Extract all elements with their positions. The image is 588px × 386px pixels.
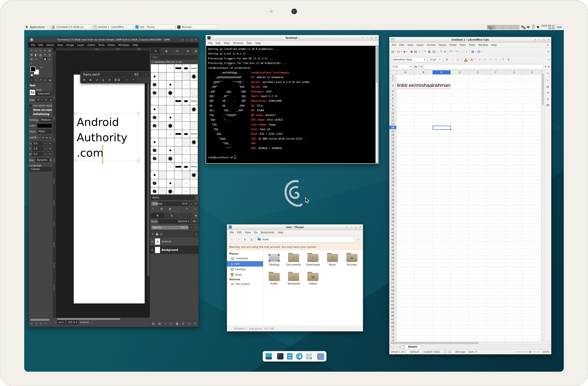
directory-menu-icon[interactable] xyxy=(316,352,324,360)
sheet-cell[interactable] xyxy=(396,137,415,140)
float-font-field[interactable]: Sans-serif xyxy=(82,72,132,77)
brush-thumbnail[interactable] xyxy=(190,105,198,113)
sheet-cell[interactable] xyxy=(415,126,433,129)
gimp-canvas[interactable]: Android Authority .com xyxy=(74,75,145,304)
sheet-cell[interactable] xyxy=(469,97,487,101)
sheet-cell[interactable] xyxy=(487,115,505,119)
sheet-cell[interactable] xyxy=(451,162,469,165)
sheet-cell[interactable] xyxy=(415,158,433,162)
sheet-cell[interactable] xyxy=(451,187,469,191)
sheet-cell[interactable] xyxy=(505,187,523,191)
resize-handle[interactable] xyxy=(74,112,77,115)
sheet-cell[interactable] xyxy=(469,78,487,82)
sheet-cell[interactable] xyxy=(415,89,433,93)
sheet-cell[interactable] xyxy=(451,289,469,292)
row-header-8[interactable]: 8 xyxy=(389,104,396,108)
shade-button[interactable]: ∧ xyxy=(362,37,363,39)
brush-thumbnail[interactable] xyxy=(174,146,182,154)
menu-item-view[interactable]: View xyxy=(56,44,65,46)
show-desktop-icon[interactable] xyxy=(265,352,273,360)
row-header-12[interactable]: 12 xyxy=(389,119,396,122)
sheet-cell[interactable] xyxy=(415,209,433,213)
new-group-icon[interactable]: ▥ xyxy=(158,322,161,325)
menu-item-help[interactable]: Help xyxy=(490,44,499,46)
brush-thumbnail[interactable] xyxy=(190,114,198,122)
tool-paintbrush-icon[interactable]: ✎ xyxy=(43,53,47,57)
sheet-cell[interactable] xyxy=(396,274,415,278)
sheet-cell[interactable] xyxy=(415,133,433,137)
sheet-cell[interactable] xyxy=(505,267,523,271)
sheet-cell[interactable] xyxy=(505,256,523,260)
close-button[interactable]: ✕ xyxy=(375,37,377,39)
sheet-cell[interactable] xyxy=(487,140,505,144)
sheet-cell[interactable] xyxy=(451,119,469,122)
sheet-cell[interactable] xyxy=(451,140,469,144)
sheet-cell[interactable] xyxy=(505,180,523,184)
brush-thumbnail[interactable] xyxy=(167,138,174,146)
sheet-cell[interactable] xyxy=(487,310,505,314)
mode-switch-icon[interactable]: ⟲▾ xyxy=(191,219,198,224)
sheet-cell[interactable] xyxy=(487,256,505,260)
sheet-cell[interactable] xyxy=(523,289,541,292)
sheet-cell[interactable] xyxy=(505,238,523,242)
sheet-cell[interactable] xyxy=(505,78,523,82)
sheet-cell[interactable] xyxy=(505,93,523,97)
row-header-57[interactable]: 57 xyxy=(389,281,396,285)
sheet-cell[interactable] xyxy=(433,122,451,126)
gimp-canvas-area[interactable]: 100200300 100200300400500600700800900100… xyxy=(53,48,150,327)
sheet-cell[interactable] xyxy=(451,213,469,216)
sheet-cell[interactable] xyxy=(415,252,433,256)
volume-muted-icon[interactable]: × xyxy=(527,26,530,28)
sheet-cell[interactable] xyxy=(505,75,523,78)
brush-filter-input[interactable]: filter ⌄ xyxy=(151,55,198,60)
sheet-cell[interactable] xyxy=(505,234,523,238)
sheet-cell[interactable] xyxy=(523,263,541,267)
sheet-cell[interactable] xyxy=(415,256,433,260)
unsaved-changes-icon[interactable] xyxy=(449,351,451,353)
brush-thumbnail[interactable] xyxy=(151,105,158,113)
sheet-cell[interactable] xyxy=(396,169,415,173)
folder-desktop[interactable]: Desktop xyxy=(265,253,284,266)
duplicate-layer-icon[interactable]: ▣ xyxy=(176,322,178,325)
sheet-cell[interactable] xyxy=(469,325,487,328)
sheet-cell[interactable] xyxy=(505,310,523,314)
sheet-cell[interactable] xyxy=(487,195,505,198)
align-left-icon[interactable]: ≡ xyxy=(478,58,482,61)
tool-clone-icon[interactable]: ≣ xyxy=(29,57,34,61)
row-header-20[interactable]: 20 xyxy=(389,147,396,151)
sheet-cell[interactable] xyxy=(433,285,451,289)
column-header-H[interactable]: H xyxy=(523,70,541,75)
sheet-cell[interactable] xyxy=(505,260,523,263)
sheet-cell[interactable] xyxy=(433,325,451,328)
sheet-cell[interactable] xyxy=(396,126,415,129)
spacing-plus[interactable]: + xyxy=(194,202,198,206)
sheet-cell[interactable] xyxy=(433,115,451,119)
menu-item-edit[interactable]: Edit xyxy=(235,231,243,234)
sheet-cell[interactable] xyxy=(505,209,523,213)
sheet-cell[interactable] xyxy=(523,195,541,198)
sheet-cell[interactable] xyxy=(505,137,523,140)
spin-plus[interactable]: + xyxy=(48,141,52,146)
layer-row[interactable]: ⊙AAndroid ... xyxy=(150,237,199,246)
sheet-cell[interactable] xyxy=(396,303,415,307)
sheet-cell[interactable] xyxy=(433,321,451,325)
row-header-17[interactable]: 17 xyxy=(389,137,396,140)
sheet-cell[interactable] xyxy=(415,97,433,101)
sheet-cell[interactable] xyxy=(505,321,523,325)
tool-rectangle-select-icon[interactable]: ▭ xyxy=(34,48,38,53)
sidebar-item-desktop[interactable]: Desktop xyxy=(227,267,263,272)
sheet-cell[interactable] xyxy=(523,78,541,82)
sheet-cell[interactable] xyxy=(415,296,433,300)
sheet-cell[interactable] xyxy=(523,101,541,104)
sheet-cell[interactable] xyxy=(505,104,523,108)
sheet-cell[interactable] xyxy=(396,220,415,223)
sheet-cell[interactable] xyxy=(523,332,541,336)
brush-thumbnail[interactable] xyxy=(159,155,166,163)
folder-music[interactable]: ♫Music xyxy=(323,253,342,266)
sheet-cell[interactable] xyxy=(396,173,415,177)
sheet-cell[interactable] xyxy=(505,245,523,249)
sheet-cell[interactable] xyxy=(415,271,433,274)
sheet-cell[interactable] xyxy=(433,165,451,169)
sheet-cell[interactable] xyxy=(505,289,523,292)
redo-icon[interactable]: ↷ xyxy=(455,50,458,53)
